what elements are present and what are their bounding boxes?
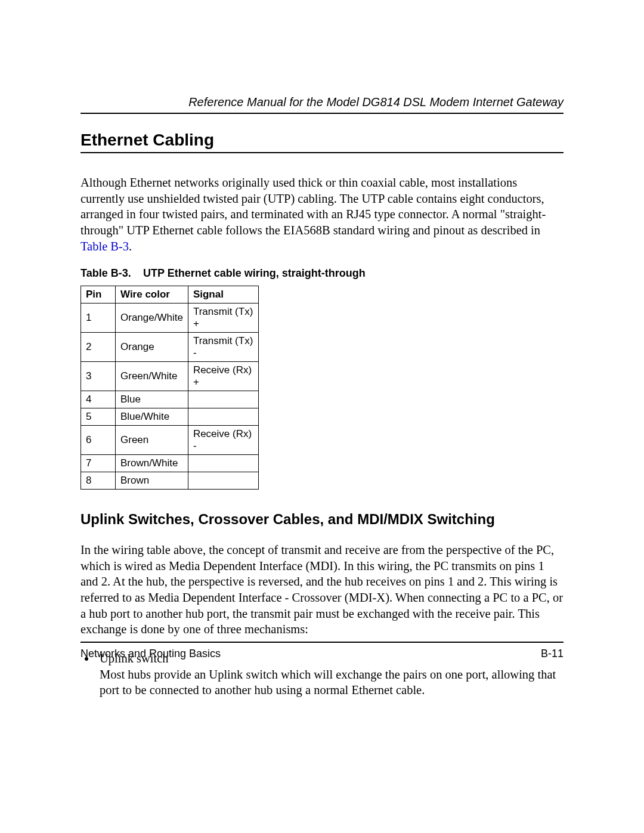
cell-signal	[188, 391, 258, 408]
col-header-pin: Pin	[81, 286, 116, 304]
table-b3-link[interactable]: Table B-3	[80, 240, 129, 253]
cell-color: Brown/White	[116, 455, 188, 472]
cell-pin: 1	[81, 304, 116, 333]
intro-paragraph: Although Ethernet networks originally us…	[80, 175, 564, 254]
cell-color: Orange	[116, 333, 188, 362]
page-footer: Networks and Routing Basics B-11	[80, 642, 564, 660]
col-header-signal: Signal	[188, 286, 258, 304]
table-row: 4 Blue	[81, 391, 259, 408]
cell-signal: Transmit (Tx) +	[188, 304, 258, 333]
cell-pin: 3	[81, 362, 116, 391]
table-row: 5 Blue/White	[81, 408, 259, 426]
bullet-body: Most hubs provide an Uplink switch which…	[100, 667, 564, 698]
footer-right: B-11	[541, 648, 564, 660]
subsection-paragraph: In the wiring table above, the concept o…	[80, 542, 564, 637]
cell-signal	[188, 408, 258, 426]
page: Reference Manual for the Model DG814 DSL…	[0, 0, 644, 833]
cell-color: Blue	[116, 391, 188, 408]
table-row: 1 Orange/White Transmit (Tx) +	[81, 304, 259, 333]
footer-rule	[80, 642, 564, 643]
intro-text-before: Although Ethernet networks originally us…	[80, 176, 546, 237]
wiring-table: Pin Wire color Signal 1 Orange/White Tra…	[80, 286, 259, 490]
intro-text-after: .	[129, 240, 132, 253]
cell-signal: Receive (Rx) +	[188, 362, 258, 391]
cell-color: Brown	[116, 472, 188, 490]
cell-pin: 8	[81, 472, 116, 490]
section-heading: Ethernet Cabling	[80, 131, 564, 150]
table-row: 8 Brown	[81, 472, 259, 490]
cell-signal: Transmit (Tx) -	[188, 333, 258, 362]
cell-color: Orange/White	[116, 304, 188, 333]
cell-color: Blue/White	[116, 408, 188, 426]
cell-signal	[188, 455, 258, 472]
table-row: 6 Green Receive (Rx) -	[81, 426, 259, 455]
running-header: Reference Manual for the Model DG814 DSL…	[80, 95, 564, 109]
subsection-heading: Uplink Switches, Crossover Cables, and M…	[80, 511, 564, 528]
cell-pin: 6	[81, 426, 116, 455]
table-header-row: Pin Wire color Signal	[81, 286, 259, 304]
table-caption-label: Table B-3.	[80, 267, 140, 280]
cell-color: Green/White	[116, 362, 188, 391]
cell-pin: 5	[81, 408, 116, 426]
col-header-wire-color: Wire color	[116, 286, 188, 304]
cell-pin: 7	[81, 455, 116, 472]
table-row: 7 Brown/White	[81, 455, 259, 472]
cell-signal: Receive (Rx) -	[188, 426, 258, 455]
table-row: 3 Green/White Receive (Rx) +	[81, 362, 259, 391]
section-rule	[80, 152, 564, 153]
cell-signal	[188, 472, 258, 490]
table-row: 2 Orange Transmit (Tx) -	[81, 333, 259, 362]
table-caption: Table B-3. UTP Ethernet cable wiring, st…	[80, 267, 564, 280]
table-caption-title: UTP Ethernet cable wiring, straight-thro…	[143, 267, 366, 279]
footer-left: Networks and Routing Basics	[80, 648, 221, 660]
cell-pin: 2	[81, 333, 116, 362]
cell-pin: 4	[81, 391, 116, 408]
header-rule	[80, 113, 564, 114]
cell-color: Green	[116, 426, 188, 455]
